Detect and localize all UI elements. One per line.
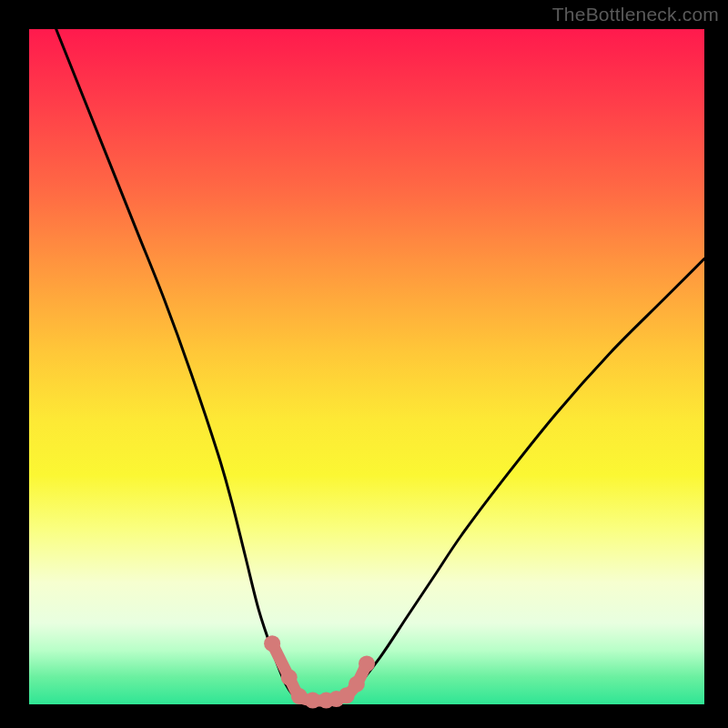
bottleneck-curve [56, 29, 704, 704]
chart-frame: TheBottleneck.com [0, 0, 728, 728]
valley-dot [264, 635, 280, 652]
valley-dot [359, 655, 375, 672]
bottleneck-curve-svg [0, 0, 728, 728]
valley-dot [281, 669, 298, 685]
valley-dot [349, 676, 365, 693]
